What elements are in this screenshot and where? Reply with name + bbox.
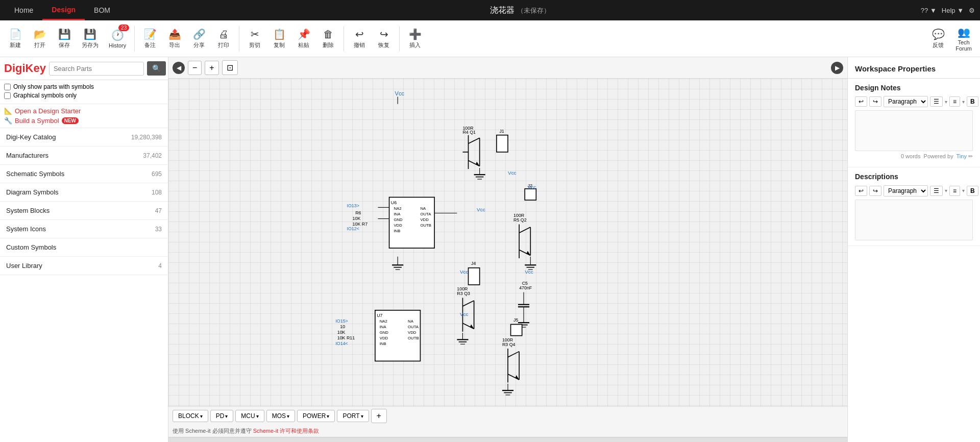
power-label: POWER (303, 412, 326, 420)
design-notes-list-unordered[interactable]: ☰ (930, 96, 943, 107)
library-item-schematic[interactable]: Schematic Symbols 695 (0, 165, 168, 183)
search-input[interactable] (49, 62, 144, 76)
save-icon: 💾 (58, 28, 71, 40)
redo-label: 恢复 (378, 41, 389, 49)
svg-text:OUTA: OUTA (408, 325, 419, 329)
design-notes-undo[interactable]: ↩ (855, 96, 867, 107)
svg-text:Vcc: Vcc (477, 207, 485, 212)
feedback-button[interactable]: 💬 反馈 (927, 23, 949, 54)
descriptions-list-ordered[interactable]: ≡ (949, 186, 960, 196)
save-button[interactable]: 💾 保存 (53, 23, 76, 54)
descriptions-paragraph-select[interactable]: Paragraph (884, 185, 928, 197)
descriptions-ordered-arrow[interactable]: ▾ (962, 188, 965, 193)
svg-text:470nF: 470nF (519, 285, 532, 290)
descriptions-list-unordered[interactable]: ☰ (930, 186, 943, 196)
techforum-button[interactable]: 👥 TechForum (951, 23, 976, 54)
library-item-user[interactable]: User Library 4 (0, 257, 168, 275)
filter-symbols-checkbox[interactable] (4, 84, 11, 90)
port-button[interactable]: PORT ▾ (337, 410, 369, 422)
descriptions-redo[interactable]: ↪ (869, 186, 881, 196)
left-panel: DigiKey 🔍 Only show parts with symbols G… (0, 57, 168, 442)
notes-button[interactable]: 📝 备注 (139, 23, 161, 54)
search-button[interactable]: 🔍 (147, 61, 166, 76)
export-button[interactable]: 📤 导出 (163, 23, 186, 54)
nav-design[interactable]: Design (42, 0, 85, 20)
insert-button[interactable]: ➕ 插入 (404, 23, 426, 54)
delete-button[interactable]: 🗑 删除 (317, 23, 339, 54)
block-button[interactable]: BLOCK ▾ (173, 410, 208, 422)
design-notes-ordered-arrow[interactable]: ▾ (962, 99, 965, 105)
canvas-area: ◀ − + ⊡ ▶ Vcc 100R R4 Q1 (168, 57, 847, 442)
nav-home[interactable]: Home (5, 0, 42, 20)
collapse-left-button[interactable]: ◀ (173, 62, 185, 74)
paste-icon: 📌 (298, 28, 310, 40)
open-design-label: Open a Design Starter (15, 107, 81, 115)
collapse-right-button[interactable]: ▶ (831, 62, 843, 74)
help-menu[interactable]: Help ▼ (942, 7, 964, 14)
library-item-sysicons[interactable]: System Icons 33 (0, 220, 168, 238)
library-sysblocks-count: 47 (155, 207, 162, 214)
page-title: 浇花器 （未保存） (119, 5, 921, 16)
print-button[interactable]: 🖨 打印 (212, 23, 235, 54)
design-notes-list-ordered[interactable]: ≡ (949, 96, 960, 107)
settings-icon[interactable]: ⚙ (969, 7, 975, 14)
saveas-button[interactable]: 💾 另存为 (78, 23, 103, 54)
zoom-in-button[interactable]: + (205, 61, 218, 75)
open-design-link[interactable]: 📐 Open a Design Starter (4, 107, 164, 115)
mos-button[interactable]: MOS ▾ (266, 410, 295, 422)
copy-button[interactable]: 📋 复制 (268, 23, 290, 54)
library-item-manufacturers[interactable]: Manufacturers 37,402 (0, 146, 168, 165)
canvas-main[interactable]: Vcc 100R R4 Q1 U6 NA2 INA GND VDD (168, 79, 847, 406)
design-notes-list-arrow[interactable]: ▾ (945, 99, 947, 105)
add-block-button[interactable]: + (371, 409, 387, 423)
port-chevron: ▾ (361, 413, 363, 419)
export-label: 导出 (169, 41, 180, 49)
svg-text:R6: R6 (355, 210, 361, 215)
help-question[interactable]: ?? ▼ (921, 7, 937, 14)
filter-graphical-checkbox[interactable] (4, 92, 11, 99)
zoom-fit-button[interactable]: ⊡ (222, 60, 238, 75)
zoom-out-button[interactable]: − (188, 61, 202, 75)
library-sysicons-count: 33 (155, 226, 162, 233)
pd-chevron: ▾ (225, 413, 228, 419)
digikey-logo[interactable]: DigiKey (4, 62, 46, 75)
mcu-button[interactable]: MCU ▾ (235, 410, 264, 422)
design-notes-paragraph-select[interactable]: Paragraph (884, 96, 928, 107)
edit-icon[interactable]: ✏ (968, 153, 973, 159)
build-symbol-link[interactable]: 🔧 Build a Symbol NEW (4, 117, 164, 125)
library-item-custom[interactable]: Custom Symbols (0, 238, 168, 257)
paste-button[interactable]: 📌 粘贴 (292, 23, 315, 54)
new-button[interactable]: 📄 新建 (4, 23, 27, 54)
canvas-scrollbar-horizontal[interactable] (168, 437, 847, 442)
library-item-digikey[interactable]: Digi-Key Catalog 19,280,398 (0, 128, 168, 146)
library-user-label: User Library (6, 262, 42, 269)
descriptions-bold[interactable]: B (967, 186, 978, 196)
footer-text: 使用 Scheme-it 必须同意并遵守 Scheme-it 许可和使用条款 (173, 428, 319, 434)
svg-text:R5 Q2: R5 Q2 (513, 217, 527, 223)
filter-symbols[interactable]: Only show parts with symbols (4, 83, 164, 90)
descriptions-toolbar: ↩ ↪ Paragraph ☰ ▾ ≡ ▾ B I Tx (855, 185, 973, 196)
descriptions-undo[interactable]: ↩ (855, 186, 867, 196)
redo-button[interactable]: ↪ 恢复 (373, 23, 395, 54)
descriptions-list-arrow[interactable]: ▾ (945, 188, 947, 193)
footer-link[interactable]: Scheme-it 许可和使用条款 (253, 428, 320, 434)
library-item-sysblocks[interactable]: System Blocks 47 (0, 202, 168, 220)
design-notes-editor[interactable] (855, 110, 973, 151)
design-notes-redo[interactable]: ↪ (869, 96, 881, 107)
power-button[interactable]: POWER ▾ (297, 410, 335, 422)
pd-button[interactable]: PD ▾ (210, 410, 234, 422)
descriptions-editor[interactable] (855, 200, 973, 240)
undo-button[interactable]: ↩ 撤销 (348, 23, 371, 54)
history-button[interactable]: 🕐 History 23 (105, 23, 130, 54)
svg-text:10K R11: 10K R11 (337, 335, 355, 340)
nav-bom[interactable]: BOM (85, 0, 119, 20)
cut-button[interactable]: ✂ 剪切 (243, 23, 266, 54)
share-button[interactable]: 🔗 分享 (188, 23, 210, 54)
library-item-diagram[interactable]: Diagram Symbols 108 (0, 183, 168, 202)
svg-rect-33 (525, 189, 536, 200)
svg-text:Vcc: Vcc (460, 311, 469, 317)
open-button[interactable]: 📂 打开 (29, 23, 51, 54)
tiny-link[interactable]: Tiny (957, 153, 967, 159)
filter-graphical[interactable]: Graphical symbols only (4, 92, 164, 99)
design-notes-bold[interactable]: B (967, 96, 978, 107)
